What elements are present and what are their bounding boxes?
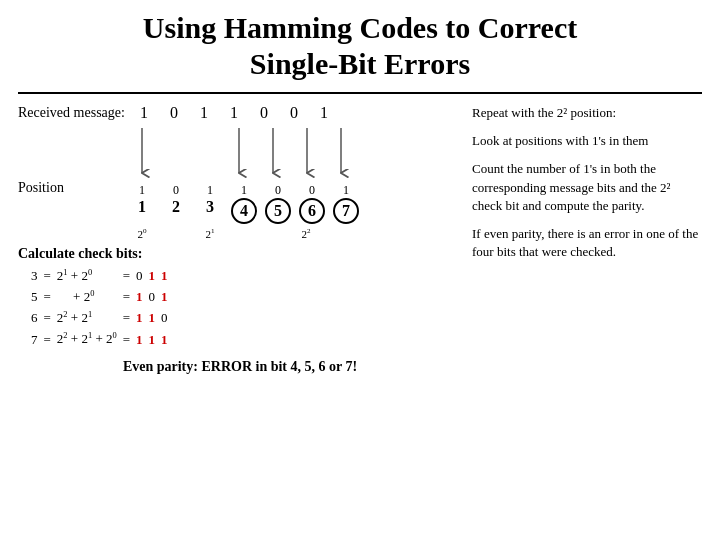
pos-cell-6: 0 6 [298,183,326,224]
even-parity-line: Even parity: ERROR in bit 4, 5, 6 or 7! [18,359,462,375]
bit-3: 1 [195,104,213,122]
bit-4: 1 [225,104,243,122]
rp-section-3: Count the number of 1's in both the corr… [472,160,702,215]
received-row: Received message: 1 0 1 1 0 0 1 [18,104,462,122]
cb-2 [162,226,190,242]
rp-section-2: Look at positions with 1's in them [472,132,702,150]
calc-row-6: 6 = 22 + 21 = 1 1 0 [28,308,171,329]
calc-row-3: 3 = 21 + 20 = 0 1 1 [28,266,171,287]
bit-1: 1 [135,104,153,122]
calc-table: 3 = 21 + 20 = 0 1 1 5 = + 20 = 1 [28,266,462,351]
received-bits: 1 0 1 1 0 0 1 [135,104,333,122]
right-panel: Repeat with the 2² position: Look at pos… [472,104,702,375]
cb-1: 20 [128,226,156,242]
left-panel: Received message: 1 0 1 1 0 0 1 Position [18,104,462,375]
position-label: Position [18,128,128,196]
pos-cell-5: 0 5 [264,183,292,224]
cb-4 [230,226,258,242]
received-label: Received message: [18,105,125,121]
calc-row-5: 5 = + 20 = 1 0 1 [28,287,171,308]
pos-cell-3: 1 3 [196,183,224,224]
cb-567: 22 [264,226,348,242]
pos-cell-4: 1 4 [230,183,258,224]
check-bits-row: 20 21 22 [128,226,388,242]
arrows-svg [128,128,388,183]
calc-label: Calculate check bits: [18,246,462,262]
pos-cell-7: 1 7 [332,183,360,224]
rp-section-4: If even parity, there is an error in one… [472,225,702,261]
rp-section-1: Repeat with the 2² position: [472,104,702,122]
main-content: Received message: 1 0 1 1 0 0 1 Position [18,104,702,375]
bit-7: 1 [315,104,333,122]
page: Using Hamming Codes to Correct Single-Bi… [0,0,720,540]
bit-2: 0 [165,104,183,122]
divider [18,92,702,94]
cb-3: 21 [196,226,224,242]
bit-6: 0 [285,104,303,122]
calc-row-7: 7 = 22 + 21 + 20 = 1 1 1 [28,329,171,350]
pos-cell-2: 0 2 [162,183,190,224]
position-cells: 1 1 0 2 1 3 [128,183,388,224]
pos-cell-1: 1 1 [128,183,156,224]
page-title: Using Hamming Codes to Correct Single-Bi… [18,10,702,82]
bit-5: 0 [255,104,273,122]
